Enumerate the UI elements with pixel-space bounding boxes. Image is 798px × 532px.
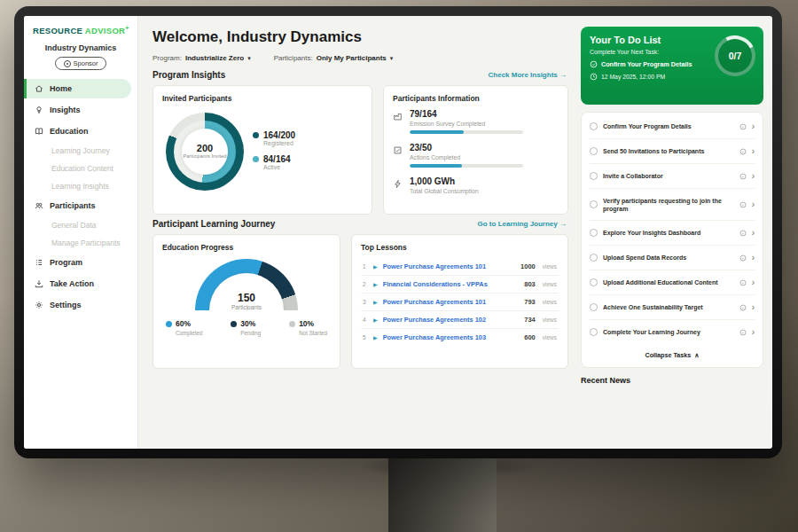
legend-item-completed: 60% Completed [166,319,202,336]
sidebar-item-manage-participants[interactable]: Manage Participants [24,234,137,252]
clock-icon [590,73,598,81]
info-icon[interactable] [739,254,747,262]
task-row-confirm-program[interactable]: Confirm Your Program Details › [590,114,755,139]
people-icon [35,201,43,210]
lesson-link[interactable]: Power Purchase Agreements 101 [383,262,515,270]
actions-progress-bar [410,164,523,168]
sidebar-item-education-content[interactable]: Education Content [24,160,137,177]
sidebar-item-label: Education [50,127,89,136]
task-label: Complete Your Learning Journey [603,328,734,336]
info-icon[interactable] [739,201,747,208]
chevron-right-icon[interactable]: › [752,122,755,131]
legend-value: 164/200 [263,130,295,140]
task-checkbox[interactable] [590,328,598,336]
program-value: Industrialize Zero [185,54,244,62]
lesson-link[interactable]: Financial Considerations - VPPAs [383,280,520,288]
info-icon[interactable] [739,123,747,130]
chevron-right-icon[interactable]: › [752,229,755,238]
donut-center: 200 Participants Invited [182,129,228,175]
invited-legend: 164/200 Registered 84/164 Active [253,122,295,178]
info-label: Total Global Consumption [410,188,479,194]
task-checkbox[interactable] [590,147,598,155]
task-checkbox[interactable] [590,254,598,262]
todo-panel: Your To Do List Complete Your Next Task:… [579,16,772,449]
task-checkbox[interactable] [590,200,598,208]
task-row-verify-participants[interactable]: Verify participants requesting to join t… [590,189,755,221]
lesson-rank: 4 [363,317,368,323]
legend-dot [289,321,295,327]
sidebar-item-settings[interactable]: Settings [24,295,137,315]
chevron-right-icon[interactable]: › [752,303,755,312]
card-title: Top Lessons [361,243,559,252]
sidebar-item-program[interactable]: Program [24,253,137,272]
lesson-views: 600 [524,333,536,341]
task-row-send-invitations[interactable]: Send 50 Invitations to Participants › [590,139,755,164]
lesson-link[interactable]: Power Purchase Agreements 101 [383,298,520,306]
lesson-link[interactable]: Power Purchase Agreements 102 [383,316,520,324]
chevron-right-icon[interactable]: › [752,172,755,181]
sidebar-item-insights[interactable]: Insights [24,100,137,120]
card-title: Education Progress [162,243,331,252]
info-icon[interactable] [739,329,747,336]
learning-cards-row: Education Progress 150 Participants [153,234,568,369]
app-window: RESOURCE ADVISOR+ Industry Dynamics Spon… [24,16,772,449]
info-label: Actions Completed [410,154,523,160]
card-title: Invited Participants [162,94,363,103]
sidebar-item-take-action[interactable]: Take Action [24,274,137,293]
monitor-bezel: RESOURCE ADVISOR+ Industry Dynamics Spon… [14,6,782,458]
sidebar-item-learning-insights[interactable]: Learning Insights [24,177,137,195]
participants-label: Participants: [274,54,313,62]
chevron-right-icon[interactable]: › [752,200,755,209]
task-row-achieve-target[interactable]: Achieve One Sustainability Target › [590,295,755,320]
sidebar-item-label: Manage Participants [51,239,121,247]
task-label: Verify participants requesting to join t… [603,197,734,213]
task-checkbox[interactable] [590,278,598,286]
sidebar-item-learning-journey[interactable]: Learning Journey [24,142,137,160]
task-row-upload-educational-content[interactable]: Upload Additional Educational Content › [590,270,755,295]
go-to-learning-journey-link[interactable]: Go to Learning Journey → [478,220,567,228]
lesson-views-label: views [543,263,557,270]
brand-secondary: ADVISOR [85,26,125,35]
program-label: Program: [153,54,182,62]
legend-value: 60% [176,319,191,328]
education-progress-card: Education Progress 150 Participants [153,234,340,369]
lesson-row: 4 ▶ Power Purchase Agreements 102 734 vi… [361,311,559,329]
info-row-actions: 23/50 Actions Completed [393,143,559,168]
sponsor-icon [64,60,71,67]
lesson-link[interactable]: Power Purchase Agreements 103 [383,333,520,341]
check-more-insights-link[interactable]: Check More Insights → [489,71,567,79]
participants-dropdown[interactable]: Participants: Only My Participants ▾ [274,54,394,62]
program-dropdown[interactable]: Program: Industrialize Zero ▾ [153,54,251,62]
collapse-tasks-button[interactable]: Collapse Tasks ∧ [590,344,755,365]
legend-dot [253,156,259,162]
task-row-explore-insights[interactable]: Explore Your Insights Dashboard › [590,221,755,246]
task-checkbox[interactable] [590,303,598,311]
task-row-upload-spend-data[interactable]: Upload Spend Data Records › [590,246,755,270]
sidebar-item-participants[interactable]: Participants [24,196,137,215]
info-icon[interactable] [739,230,747,237]
lesson-bullet-icon: ▶ [373,281,378,287]
sidebar-item-label: Take Action [50,279,94,288]
main-content: Welcome, Industry Dynamics Program: Indu… [138,16,579,449]
chevron-right-icon[interactable]: › [752,254,755,262]
sidebar-item-home[interactable]: Home [24,79,131,98]
legend-label: Not Started [289,330,327,336]
chevron-right-icon[interactable]: › [752,278,755,287]
info-icon[interactable] [739,173,747,180]
task-row-complete-learning-journey[interactable]: Complete Your Learning Journey › [590,320,755,344]
task-checkbox[interactable] [590,172,598,180]
chevron-right-icon[interactable]: › [752,328,755,337]
task-checkbox[interactable] [590,122,598,130]
todo-progress-badge: 0/7 [715,35,755,76]
sponsor-badge[interactable]: Sponsor [55,57,107,70]
info-row-emission: 79/164 Emission Survey Completed [393,109,559,134]
sidebar-item-general-data[interactable]: General Data [24,216,137,234]
sidebar-item-education[interactable]: Education [24,121,137,141]
chevron-right-icon[interactable]: › [752,147,755,156]
task-row-invite-collaborator[interactable]: Invite a Collaborator › [590,164,755,189]
info-icon[interactable] [739,304,747,311]
info-icon[interactable] [739,148,747,155]
info-icon[interactable] [739,279,747,286]
task-checkbox[interactable] [590,229,598,237]
legend-dot [253,132,259,138]
